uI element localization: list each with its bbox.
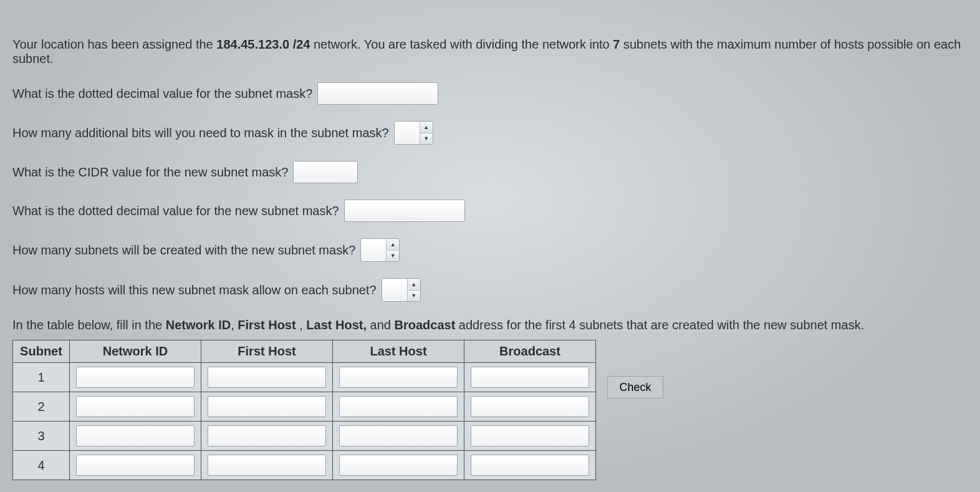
instr-sep3: and — [367, 318, 394, 332]
q4-input[interactable] — [344, 200, 465, 222]
q2-row: How many additional bits will you need t… — [12, 121, 968, 145]
q6-label: How many hosts will this new subnet mask… — [12, 283, 377, 297]
last-host-input[interactable] — [339, 367, 458, 388]
q2-label: How many additional bits will you need t… — [12, 126, 389, 140]
intro-network: 184.45.123.0 /24 — [216, 37, 310, 51]
last-host-input[interactable] — [339, 425, 458, 446]
table-row: 2 — [13, 392, 596, 422]
instr-b2: First Host — [238, 318, 295, 332]
chevron-up-icon[interactable]: ▲ — [408, 279, 420, 291]
instr-b3: Last Host, — [306, 318, 367, 332]
q5-row: How many subnets will be created with th… — [12, 238, 968, 262]
th-subnet: Subnet — [13, 340, 70, 363]
network-id-input[interactable] — [76, 455, 195, 476]
network-id-input[interactable] — [76, 367, 195, 388]
th-last-host: Last Host — [333, 340, 464, 363]
q5-stepper[interactable]: ▲ ▼ — [360, 238, 400, 262]
q5-input[interactable] — [361, 239, 386, 261]
instr-sep1: , — [231, 318, 238, 332]
subnet-area: Subnet Network ID First Host Last Host B… — [12, 340, 968, 480]
q1-label: What is the dotted decimal value for the… — [12, 87, 312, 101]
intro-prefix: Your location has been assigned the — [12, 37, 216, 51]
chevron-up-icon[interactable]: ▲ — [420, 122, 433, 133]
q2-arrows: ▲ ▼ — [420, 122, 433, 144]
q6-stepper[interactable]: ▲ ▼ — [382, 278, 421, 302]
q3-row: What is the CIDR value for the new subne… — [12, 161, 968, 183]
intro-subnet-count: 7 — [613, 37, 620, 51]
broadcast-input[interactable] — [471, 396, 589, 417]
chevron-down-icon[interactable]: ▼ — [420, 133, 433, 145]
table-row: 1 — [13, 363, 596, 392]
check-button[interactable]: Check — [607, 376, 663, 398]
q2-stepper[interactable]: ▲ ▼ — [394, 121, 433, 145]
th-broadcast: Broadcast — [464, 340, 596, 363]
th-first-host: First Host — [201, 340, 333, 363]
th-network-id: Network ID — [70, 340, 201, 363]
chevron-down-icon[interactable]: ▼ — [408, 291, 420, 302]
q4-label: What is the dotted decimal value for the… — [12, 204, 339, 218]
first-host-input[interactable] — [208, 455, 326, 476]
table-row: 3 — [13, 422, 596, 451]
q6-row: How many hosts will this new subnet mask… — [12, 278, 968, 302]
first-host-input[interactable] — [208, 396, 326, 417]
q3-label: What is the CIDR value for the new subne… — [12, 165, 288, 180]
intro-mid: network. You are tasked with dividing th… — [310, 37, 613, 51]
row-num: 3 — [13, 422, 70, 451]
instr-b4: Broadcast — [395, 318, 456, 332]
first-host-input[interactable] — [208, 367, 326, 388]
row-num: 1 — [13, 363, 70, 392]
q1-row: What is the dotted decimal value for the… — [12, 82, 968, 105]
last-host-input[interactable] — [339, 396, 458, 417]
row-num: 2 — [13, 392, 70, 422]
chevron-down-icon[interactable]: ▼ — [387, 251, 399, 262]
broadcast-input[interactable] — [471, 455, 589, 476]
chevron-up-icon[interactable]: ▲ — [387, 239, 399, 251]
q6-input[interactable] — [382, 279, 407, 301]
intro-text: Your location has been assigned the 184.… — [12, 37, 968, 66]
instr-prefix: In the table below, fill in the — [12, 318, 166, 332]
table-row: 4 — [13, 451, 596, 480]
q5-label: How many subnets will be created with th… — [12, 243, 355, 258]
instr-sep2: , — [296, 318, 307, 332]
q1-input[interactable] — [317, 82, 438, 105]
table-instructions: In the table below, fill in the Network … — [12, 318, 968, 332]
first-host-input[interactable] — [208, 425, 326, 446]
last-host-input[interactable] — [339, 455, 458, 476]
row-num: 4 — [13, 451, 70, 480]
network-id-input[interactable] — [76, 425, 195, 446]
broadcast-input[interactable] — [471, 367, 589, 388]
q2-input[interactable] — [395, 122, 420, 144]
broadcast-input[interactable] — [471, 425, 589, 446]
q4-row: What is the dotted decimal value for the… — [12, 200, 968, 222]
subnet-table: Subnet Network ID First Host Last Host B… — [12, 340, 596, 480]
instr-b1: Network ID — [166, 318, 231, 332]
network-id-input[interactable] — [76, 396, 195, 417]
table-header-row: Subnet Network ID First Host Last Host B… — [13, 340, 596, 363]
question-page: Your location has been assigned the 184.… — [0, 0, 980, 492]
q5-arrows: ▲ ▼ — [386, 239, 399, 261]
q6-arrows: ▲ ▼ — [407, 279, 420, 301]
instr-suffix: address for the first 4 subnets that are… — [455, 318, 864, 332]
q3-input[interactable] — [293, 161, 358, 183]
